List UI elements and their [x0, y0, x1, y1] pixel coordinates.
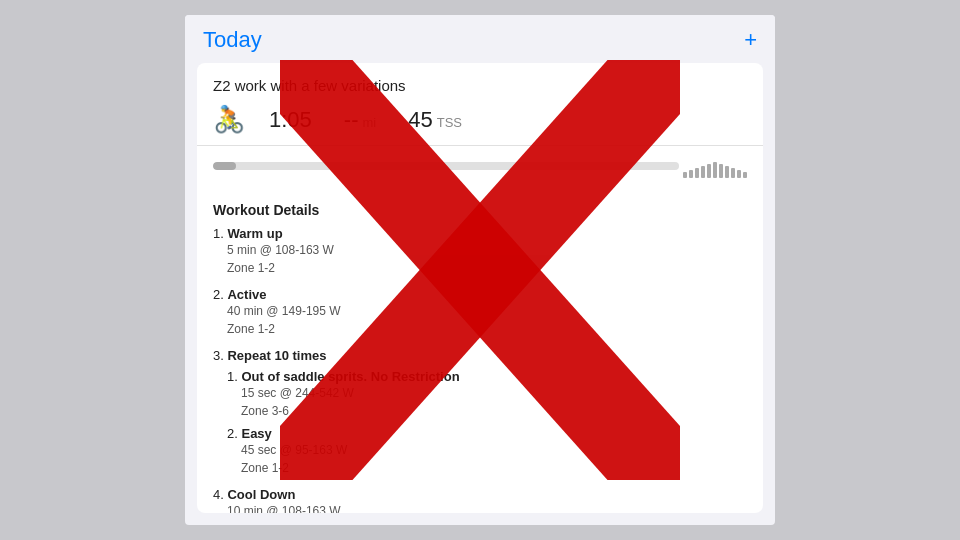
bike-icon: 🚴	[213, 104, 245, 135]
tss-unit: TSS	[437, 115, 462, 130]
workout-details: Workout Details 1. Warm up 5 min @ 108-1…	[197, 190, 763, 513]
tick-6	[713, 162, 717, 178]
progress-fill	[213, 162, 236, 170]
tick-5	[707, 164, 711, 178]
tick-1	[683, 172, 687, 178]
sub-item-sub-3-2a: 45 sec @ 95-163 W	[227, 441, 747, 459]
distance-unit: mi	[362, 115, 376, 130]
tick-9	[731, 168, 735, 178]
tick-7	[719, 164, 723, 178]
list-item: 1. Warm up 5 min @ 108-163 W Zone 1-2	[213, 226, 747, 277]
tss-stat: 45 TSS	[408, 107, 462, 133]
main-panel: Today + Z2 work with a few variations 🚴 …	[185, 15, 775, 525]
sub-item-sub-3-2b: Zone 1-2	[227, 459, 747, 477]
list-item: 2. Active 40 min @ 149-195 W Zone 1-2	[213, 287, 747, 338]
bar-ticks	[683, 154, 747, 178]
details-heading: Workout Details	[213, 202, 747, 218]
duration-value: 1:05	[269, 107, 312, 133]
tss-value: 45	[408, 107, 432, 133]
tick-11	[743, 172, 747, 178]
item-label-2: 2. Active	[213, 287, 747, 302]
item-label-1: 1. Warm up	[213, 226, 747, 241]
card-header: Z2 work with a few variations 🚴 1:05 -- …	[197, 63, 763, 146]
sub-list-item: 1. Out of saddle sprits. No Restriction …	[227, 369, 747, 420]
list-item: 3. Repeat 10 times 1. Out of saddle spri…	[213, 348, 747, 477]
tick-4	[701, 166, 705, 178]
tick-8	[725, 166, 729, 178]
sub-item-sub-3-1a: 15 sec @ 244-542 W	[227, 384, 747, 402]
page-header: Today +	[185, 15, 775, 63]
workout-title: Z2 work with a few variations	[213, 77, 747, 94]
add-button[interactable]: +	[744, 27, 757, 53]
distance-value: --	[344, 107, 359, 133]
sub-item-label-3-2: 2. Easy	[227, 426, 747, 441]
distance-stat: -- mi	[344, 107, 376, 133]
sub-item-sub-3-1b: Zone 3-6	[227, 402, 747, 420]
duration-stat: 1:05	[269, 107, 312, 133]
tick-2	[689, 170, 693, 178]
sub-list-item: 2. Easy 45 sec @ 95-163 W Zone 1-2	[227, 426, 747, 477]
sub-item-label-3-1: 1. Out of saddle sprits. No Restriction	[227, 369, 747, 384]
page-title: Today	[203, 27, 262, 53]
item-label-4: 4. Cool Down	[213, 487, 747, 502]
stats-row: 🚴 1:05 -- mi 45 TSS	[213, 104, 747, 135]
item-sub-4a: 10 min @ 108-163 W	[213, 502, 747, 513]
item-label-3: 3. Repeat 10 times	[213, 348, 747, 363]
item-sub-2a: 40 min @ 149-195 W	[213, 302, 747, 320]
tick-3	[695, 168, 699, 178]
item-sub-2b: Zone 1-2	[213, 320, 747, 338]
progress-track	[213, 162, 679, 170]
item-sub-1b: Zone 1-2	[213, 259, 747, 277]
tick-10	[737, 170, 741, 178]
workout-card: Z2 work with a few variations 🚴 1:05 -- …	[197, 63, 763, 513]
list-item: 4. Cool Down 10 min @ 108-163 W Zone 1-2	[213, 487, 747, 513]
progress-area	[197, 146, 763, 190]
item-sub-1a: 5 min @ 108-163 W	[213, 241, 747, 259]
